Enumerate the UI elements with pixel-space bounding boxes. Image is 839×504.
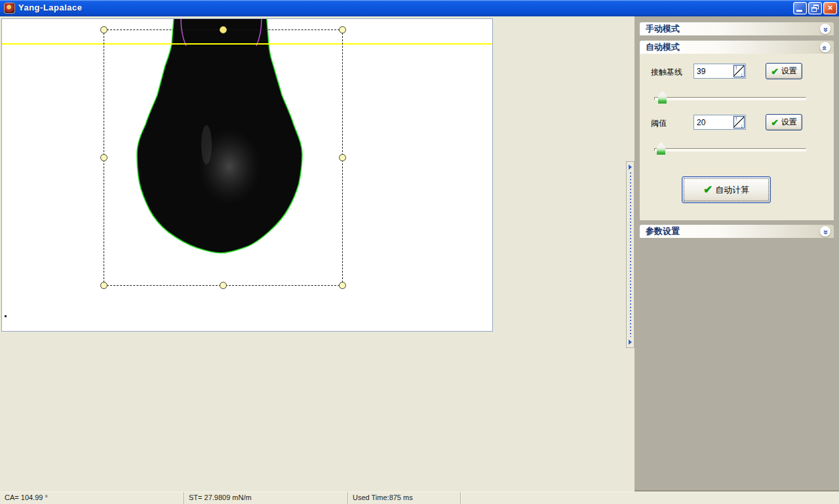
baseline-slider-thumb[interactable] bbox=[658, 91, 667, 104]
auto-mode-header[interactable]: 自动模式 « bbox=[640, 41, 834, 54]
splitter-collapse-arrow-top[interactable] bbox=[629, 165, 632, 170]
status-bar: CA= 104.99 ° ST= 27.9809 mN/m Used Time:… bbox=[0, 492, 839, 504]
threshold-set-button[interactable]: ✔ 设置 bbox=[766, 114, 802, 130]
baseline-spinbox: ↑ ↓ bbox=[693, 64, 746, 79]
threshold-value-input[interactable] bbox=[694, 115, 733, 129]
selection-handle-mid-left[interactable] bbox=[100, 154, 107, 161]
control-panel: 手动模式 « 自动模式 « 接触基线 ↑ ↓ ✔ 设置 阈值 ↑ bbox=[634, 16, 839, 492]
selection-handle-top-left[interactable] bbox=[100, 26, 107, 33]
chevron-down-icon: « bbox=[820, 230, 830, 235]
splitter-grip bbox=[630, 172, 631, 337]
status-contact-angle: CA= 104.99 ° bbox=[0, 492, 184, 504]
threshold-spinner-button[interactable]: ↑ ↓ bbox=[733, 116, 745, 128]
selection-handle-top-right[interactable] bbox=[339, 26, 346, 33]
manual-mode-expand-button[interactable]: « bbox=[820, 24, 830, 34]
auto-mode-body: 接触基线 ↑ ↓ ✔ 设置 阈值 ↑ ↓ ✔ 设置 bbox=[640, 54, 834, 220]
selection-rect[interactable] bbox=[104, 29, 343, 286]
spinner-down-icon: ↓ bbox=[741, 71, 744, 78]
status-empty bbox=[461, 492, 839, 504]
minimize-icon bbox=[796, 10, 802, 12]
selection-handle-bottom-center[interactable] bbox=[220, 282, 227, 289]
baseline-set-button[interactable]: ✔ 设置 bbox=[766, 63, 802, 79]
minimize-button[interactable] bbox=[793, 2, 807, 14]
auto-calculate-button[interactable]: ✔ 自动计算 bbox=[682, 176, 771, 203]
selection-handle-mid-right[interactable] bbox=[339, 154, 346, 161]
threshold-slider-thumb[interactable] bbox=[657, 142, 665, 155]
restore-button[interactable] bbox=[808, 2, 822, 14]
stray-dot bbox=[5, 315, 7, 317]
params-title: 参数设置 bbox=[646, 226, 680, 236]
close-button[interactable]: × bbox=[823, 2, 837, 14]
status-used-time: Used Time:875 ms bbox=[348, 492, 461, 504]
spinner-down-icon: ↓ bbox=[741, 123, 744, 129]
threshold-spinbox: ↑ ↓ bbox=[693, 115, 746, 130]
baseline-value-input[interactable] bbox=[694, 64, 733, 78]
params-header[interactable]: 参数设置 « bbox=[640, 225, 834, 238]
selection-handle-bottom-right[interactable] bbox=[339, 282, 346, 289]
baseline-spinner-button[interactable]: ↑ ↓ bbox=[733, 65, 745, 77]
chevron-down-icon: « bbox=[820, 28, 830, 32]
selection-handle-top-center[interactable] bbox=[220, 26, 227, 33]
spinner-up-icon: ↑ bbox=[735, 64, 738, 71]
manual-mode-title: 手动模式 bbox=[646, 24, 680, 33]
splitter-collapse-arrow-bottom[interactable] bbox=[629, 339, 632, 345]
chevron-up-icon: « bbox=[820, 46, 830, 50]
spinner-up-icon: ↑ bbox=[735, 115, 738, 122]
params-expand-button[interactable]: « bbox=[820, 226, 830, 237]
auto-mode-collapse-button[interactable]: « bbox=[820, 42, 830, 52]
baseline-slider-track[interactable] bbox=[654, 97, 806, 100]
check-icon: ✔ bbox=[703, 184, 712, 195]
status-surface-tension: ST= 27.9809 mN/m bbox=[184, 492, 348, 504]
check-icon: ✔ bbox=[771, 67, 779, 76]
window-title: Yang-Lapalace bbox=[18, 3, 83, 12]
drop-image-canvas[interactable] bbox=[1, 18, 493, 332]
panel-splitter[interactable] bbox=[626, 161, 634, 348]
check-icon: ✔ bbox=[771, 118, 779, 127]
app-icon bbox=[4, 3, 15, 14]
threshold-slider-track[interactable] bbox=[654, 148, 806, 151]
auto-mode-title: 自动模式 bbox=[646, 42, 680, 52]
title-bar: Yang-Lapalace × bbox=[0, 0, 839, 16]
selection-handle-bottom-left[interactable] bbox=[100, 282, 107, 289]
manual-mode-header[interactable]: 手动模式 « bbox=[640, 22, 834, 35]
baseline-label: 接触基线 bbox=[651, 67, 682, 78]
threshold-label: 阈值 bbox=[651, 118, 667, 129]
